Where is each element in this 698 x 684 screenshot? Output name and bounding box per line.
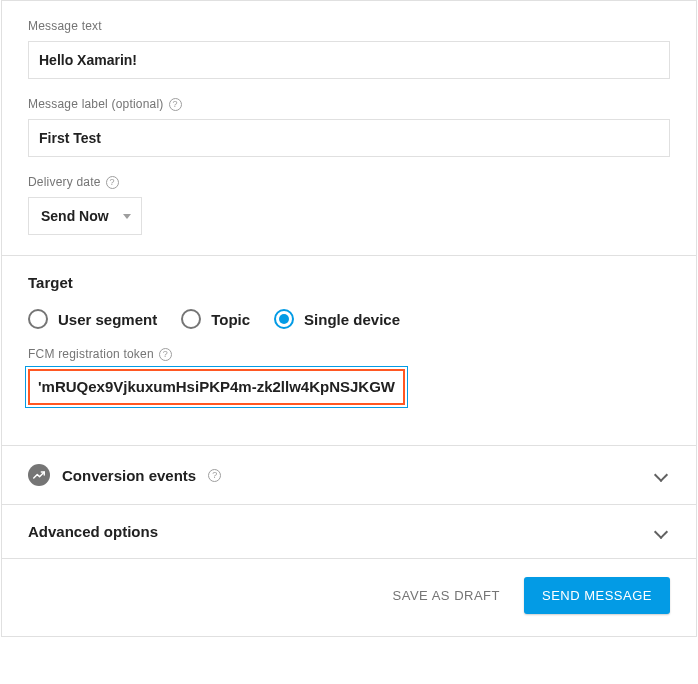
fcm-token-value: 'mRUQex9VjkuxumHsiPKP4m-zk2llw4KpNSJKGW — [38, 378, 395, 395]
radio-single-device[interactable]: Single device — [274, 309, 400, 329]
message-label-input[interactable] — [28, 119, 670, 157]
fcm-token-label: FCM registration token — [28, 347, 154, 361]
radio-icon — [274, 309, 294, 329]
delivery-date-field: Delivery date ? Send Now — [28, 175, 670, 235]
radio-topic[interactable]: Topic — [181, 309, 250, 329]
target-radio-group: User segment Topic Single device — [28, 309, 670, 329]
delivery-date-label: Delivery date — [28, 175, 101, 189]
target-heading: Target — [28, 274, 670, 291]
help-icon[interactable]: ? — [106, 176, 119, 189]
chevron-down-icon — [654, 468, 668, 482]
message-text-field: Message text — [28, 19, 670, 79]
help-icon[interactable]: ? — [169, 98, 182, 111]
save-as-draft-button[interactable]: SAVE AS DRAFT — [393, 588, 500, 603]
chevron-down-icon — [123, 214, 131, 219]
conversion-events-title: Conversion events — [62, 467, 196, 484]
message-label-field: Message label (optional) ? — [28, 97, 670, 157]
help-icon[interactable]: ? — [159, 348, 172, 361]
message-text-label: Message text — [28, 19, 670, 33]
conversion-events-row[interactable]: Conversion events ? — [2, 445, 696, 504]
advanced-options-row[interactable]: Advanced options — [2, 504, 696, 558]
radio-icon — [28, 309, 48, 329]
radio-icon — [181, 309, 201, 329]
chevron-down-icon — [654, 524, 668, 538]
advanced-options-title: Advanced options — [28, 523, 158, 540]
radio-user-segment[interactable]: User segment — [28, 309, 157, 329]
trending-icon — [28, 464, 50, 486]
delivery-date-select[interactable]: Send Now — [28, 197, 142, 235]
fcm-token-input[interactable]: 'mRUQex9VjkuxumHsiPKP4m-zk2llw4KpNSJKGW — [28, 369, 405, 405]
message-text-input[interactable] — [28, 41, 670, 79]
help-icon[interactable]: ? — [208, 469, 221, 482]
delivery-date-value: Send Now — [41, 208, 109, 224]
message-label-label: Message label (optional) — [28, 97, 164, 111]
send-message-button[interactable]: SEND MESSAGE — [524, 577, 670, 614]
